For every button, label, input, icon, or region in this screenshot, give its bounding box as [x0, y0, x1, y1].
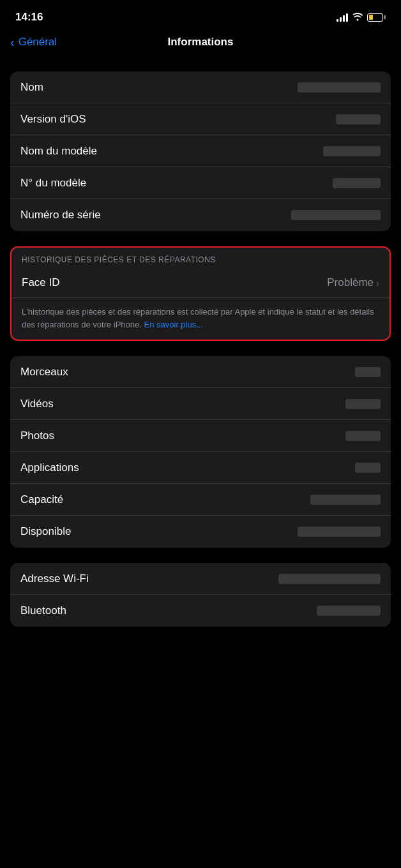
- back-label: Général: [19, 36, 57, 49]
- disponible-label: Disponible: [20, 525, 71, 538]
- status-time: 14:16: [15, 11, 43, 24]
- applications-row: Applications: [10, 452, 391, 484]
- model-name-row: Nom du modèle: [10, 135, 391, 167]
- photos-row: Photos: [10, 420, 391, 452]
- status-bar: 14:16: [0, 0, 401, 31]
- capacite-value: [310, 495, 381, 505]
- disponible-row: Disponible: [10, 516, 391, 548]
- status-icons: [337, 12, 386, 23]
- videos-label: Vidéos: [20, 398, 54, 410]
- bluetooth-value: [317, 606, 381, 616]
- signal-icon: [337, 13, 348, 22]
- ios-version-row: Version d'iOS: [10, 103, 391, 135]
- applications-label: Applications: [20, 461, 79, 474]
- model-name-label: Nom du modèle: [20, 145, 97, 158]
- back-chevron-icon: ‹: [10, 35, 15, 50]
- morceaux-value: [355, 367, 381, 377]
- photos-label: Photos: [20, 430, 54, 442]
- network-section: Adresse Wi-Fi Bluetooth: [10, 563, 391, 627]
- nom-label: Nom: [20, 81, 43, 94]
- repairs-description: L'historique des pièces et des réparatio…: [11, 298, 390, 340]
- nom-row: Nom: [10, 71, 391, 103]
- ios-version-value: [336, 114, 381, 124]
- face-id-status: Problème: [327, 276, 374, 289]
- videos-row: Vidéos: [10, 388, 391, 420]
- learn-more-link[interactable]: En savoir plus...: [144, 320, 204, 329]
- capacite-label: Capacité: [20, 493, 63, 506]
- disponible-value: [298, 527, 381, 537]
- wifi-address-row: Adresse Wi-Fi: [10, 563, 391, 595]
- model-name-value: [323, 146, 381, 156]
- serial-number-value: [291, 210, 381, 220]
- storage-section: Morceaux Vidéos Photos Applications Capa…: [10, 356, 391, 548]
- repairs-section-header: HISTORIQUE DES PIÈCES ET DES RÉPARATIONS: [11, 248, 390, 268]
- page-title: Informations: [168, 36, 234, 49]
- bluetooth-label: Bluetooth: [20, 604, 66, 617]
- nav-header: ‹ Général Informations: [0, 31, 401, 59]
- nom-value: [298, 82, 381, 93]
- repairs-section: HISTORIQUE DES PIÈCES ET DES RÉPARATIONS…: [10, 246, 391, 341]
- videos-value: [345, 399, 381, 409]
- wifi-address-label: Adresse Wi-Fi: [20, 572, 89, 585]
- model-number-label: N° du modèle: [20, 177, 86, 190]
- bluetooth-row: Bluetooth: [10, 595, 391, 627]
- battery-icon: [367, 13, 386, 22]
- model-number-value: [333, 178, 381, 188]
- back-button[interactable]: ‹ Général: [10, 35, 57, 50]
- serial-number-row: Numéro de série: [10, 199, 391, 231]
- face-id-chevron-icon: ›: [376, 278, 379, 288]
- wifi-address-value: [278, 574, 381, 584]
- morceaux-label: Morceaux: [20, 366, 68, 378]
- face-id-value: Problème ›: [327, 276, 379, 289]
- wifi-icon: [352, 12, 363, 23]
- serial-number-label: Numéro de série: [20, 209, 101, 221]
- info-section: Nom Version d'iOS Nom du modèle N° du mo…: [10, 71, 391, 231]
- ios-version-label: Version d'iOS: [20, 113, 86, 126]
- model-number-row: N° du modèle: [10, 167, 391, 199]
- face-id-label: Face ID: [22, 276, 60, 289]
- applications-value: [355, 463, 381, 473]
- face-id-row[interactable]: Face ID Problème ›: [11, 268, 390, 298]
- photos-value: [345, 431, 381, 441]
- capacite-row: Capacité: [10, 484, 391, 516]
- morceaux-row: Morceaux: [10, 356, 391, 388]
